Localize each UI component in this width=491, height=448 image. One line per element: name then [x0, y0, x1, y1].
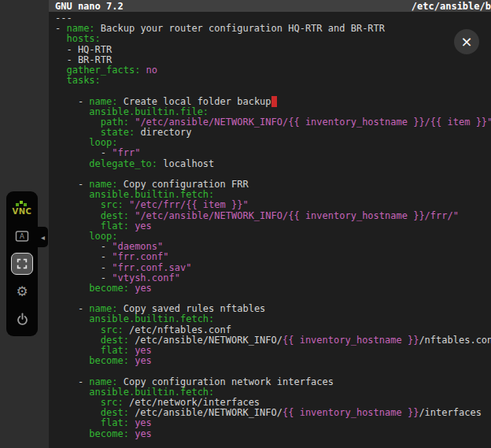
vnc-logo: VNC	[13, 196, 32, 220]
nano-version-label: GNU nano 7.2	[55, 1, 124, 12]
vnc-logo-mark	[16, 201, 28, 207]
screen: VNC A ⚙	[0, 0, 491, 448]
close-icon: ×	[460, 35, 472, 49]
vnc-control-rail: VNC A ⚙	[0, 0, 49, 448]
editor-content[interactable]: ---- name: Backup your router configurat…	[49, 12, 491, 448]
code-line: become: yes	[55, 283, 491, 294]
gear-icon: ⚙	[16, 285, 28, 298]
code-line: hosts:	[55, 34, 491, 44]
code-line: tasks:	[55, 76, 491, 86]
nano-titlebar: GNU nano 7.2 /etc/ansible/b	[49, 0, 491, 12]
code-line: gather_facts: no	[55, 65, 491, 76]
terminal-window: GNU nano 7.2 /etc/ansible/b ---- name: B…	[49, 0, 491, 448]
panel-collapse-handle[interactable]: ◂	[38, 227, 48, 247]
code-line: - HQ-RTR	[55, 45, 491, 55]
power-button[interactable]	[11, 308, 33, 330]
code-line: become: yes	[55, 356, 491, 366]
keyboard-button[interactable]: A	[11, 225, 33, 247]
close-button[interactable]: ×	[454, 29, 479, 54]
code-line: become: yes	[55, 429, 491, 439]
power-icon	[16, 313, 29, 326]
fullscreen-button[interactable]	[11, 253, 33, 275]
code-line: flat: yes	[55, 221, 491, 231]
code-line: delegate_to: localhost	[55, 159, 491, 169]
vnc-logo-text: VNC	[13, 207, 32, 216]
nano-file-path: /etc/ansible/b	[412, 1, 491, 12]
code-line: - name: Backup your router configuration…	[55, 24, 491, 34]
vnc-control-panel: VNC A ⚙	[6, 191, 38, 336]
svg-text:A: A	[20, 232, 24, 240]
chevron-left-icon: ◂	[41, 233, 45, 242]
fullscreen-icon	[16, 257, 28, 270]
code-line: state: directory	[55, 128, 491, 138]
keyboard-icon: A	[15, 229, 29, 243]
settings-button[interactable]: ⚙	[11, 280, 33, 302]
